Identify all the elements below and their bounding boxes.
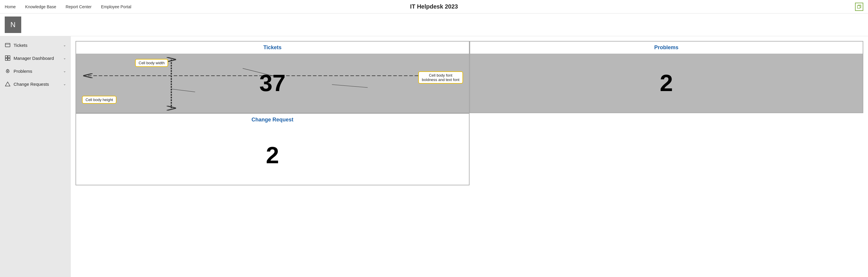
ticket-icon <box>5 42 11 48</box>
tickets-chevron: ⌄ <box>63 43 66 47</box>
content-area: Tickets <box>71 36 868 277</box>
sidebar-item-problems[interactable]: Problems ⌄ <box>0 65 71 77</box>
annotation-cell-body-height: Cell body height <box>82 96 117 104</box>
svg-rect-6 <box>8 58 10 60</box>
triangle-icon <box>5 81 11 87</box>
change-request-card: Change Request 2 <box>75 113 469 185</box>
sidebar: Tickets ⌄ Manager Dashboard ⌄ <box>0 36 71 277</box>
manager-dashboard-label: Manager Dashboard <box>13 56 60 61</box>
avatar-row: N <box>0 13 868 36</box>
nav-knowledge-base[interactable]: Knowledge Base <box>25 3 56 10</box>
nav-items: Home Knowledge Base Report Center Employ… <box>5 3 131 10</box>
svg-line-17 <box>332 84 368 88</box>
change-request-value: 2 <box>266 143 279 167</box>
dashboard-icon <box>5 55 11 61</box>
tickets-value: 37 <box>259 71 285 95</box>
annotation-cell-body-font: Cell body font boldness and text font <box>418 71 463 84</box>
svg-point-8 <box>7 71 8 72</box>
change-request-card-header: Change Request <box>76 114 469 126</box>
svg-rect-0 <box>857 6 860 8</box>
svg-rect-5 <box>5 58 7 60</box>
svg-rect-4 <box>8 56 10 58</box>
manager-dashboard-chevron: ⌄ <box>63 56 66 60</box>
sidebar-item-tickets[interactable]: Tickets ⌄ <box>0 39 71 51</box>
problems-card: Problems 2 <box>469 41 864 113</box>
nav-employee-portal[interactable]: Employee Portal <box>101 3 131 10</box>
nav-report-center[interactable]: Report Center <box>65 3 91 10</box>
svg-marker-12 <box>5 82 10 86</box>
nav-home[interactable]: Home <box>5 3 16 10</box>
svg-rect-1 <box>5 43 10 47</box>
change-request-card-body: 2 <box>76 126 469 185</box>
page-title: IT Helpdesk 2023 <box>410 3 458 10</box>
bug-icon <box>5 68 11 74</box>
problems-card-body: 2 <box>470 54 863 112</box>
change-requests-label: Change Requests <box>13 82 60 86</box>
problems-card-header: Problems <box>470 41 863 54</box>
sidebar-item-change-requests[interactable]: Change Requests ⌄ <box>0 77 71 91</box>
top-nav: Home Knowledge Base Report Center Employ… <box>0 0 868 13</box>
tickets-card-body: Cell body width Cell body height Cell bo… <box>76 54 469 112</box>
avatar: N <box>5 16 21 33</box>
svg-rect-3 <box>5 56 7 58</box>
tickets-card: Tickets <box>75 41 469 113</box>
svg-line-16 <box>172 89 195 92</box>
problems-label: Problems <box>13 69 60 74</box>
restore-window-button[interactable] <box>855 3 863 11</box>
tickets-label: Tickets <box>13 43 60 48</box>
problems-chevron: ⌄ <box>63 69 66 73</box>
main-layout: Tickets ⌄ Manager Dashboard ⌄ <box>0 36 868 277</box>
annotation-cell-body-width: Cell body width <box>135 59 168 67</box>
tickets-card-header: Tickets <box>76 41 469 54</box>
sidebar-item-manager-dashboard[interactable]: Manager Dashboard ⌄ <box>0 51 71 65</box>
change-requests-chevron: ⌄ <box>63 82 66 86</box>
top-right <box>855 3 863 11</box>
dashboard-grid: Tickets <box>75 41 863 185</box>
problems-value: 2 <box>660 71 673 95</box>
